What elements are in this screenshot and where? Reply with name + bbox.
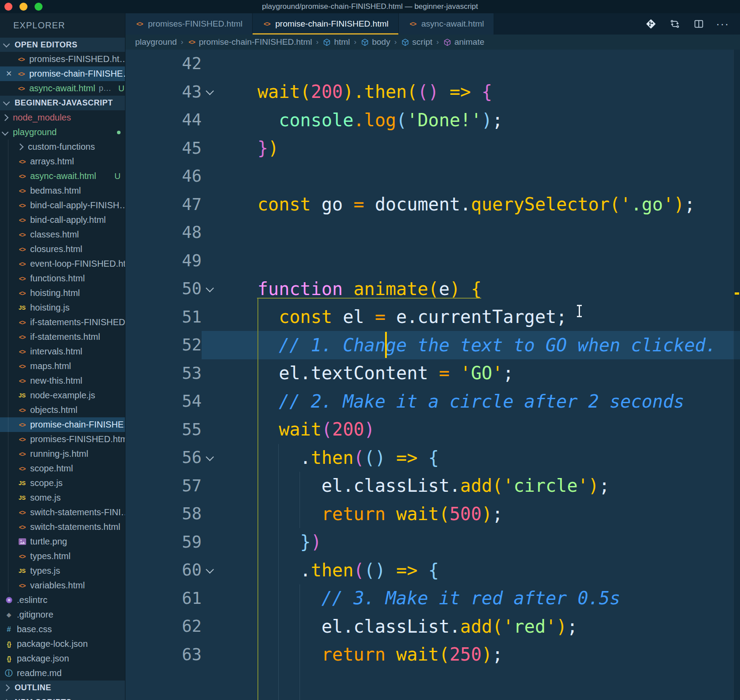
breadcrumb-item-script[interactable]: script bbox=[401, 37, 432, 47]
open-editors-header[interactable]: OPEN EDITORS bbox=[0, 38, 125, 52]
npm-scripts-section-header[interactable]: NPM SCRIPTS bbox=[0, 695, 125, 700]
tree-item-hoisting-js[interactable]: JShoisting.js bbox=[0, 300, 125, 315]
breadcrumb-item-promise-chain-finished-html[interactable]: <>promise-chain-FINISHED.html bbox=[187, 37, 312, 47]
breadcrumb-item-html[interactable]: html bbox=[323, 37, 350, 47]
code-line-58[interactable]: 58 return wait(500); bbox=[125, 500, 740, 528]
code-line-61[interactable]: 61 // 3. Make it red after 0.5s bbox=[125, 584, 740, 613]
tree-item-label: closures.html bbox=[30, 244, 82, 254]
tree-item-types-html[interactable]: <>types.html bbox=[0, 549, 125, 564]
code-line-45[interactable]: 45}) bbox=[125, 134, 740, 163]
breadcrumb-item-animate[interactable]: animate bbox=[443, 37, 484, 47]
tab-promise-chain-finished-html[interactable]: <>promise-chain-FINISHED.html bbox=[253, 13, 399, 35]
tree-item-some-js[interactable]: JSsome.js bbox=[0, 490, 125, 505]
code-line-43[interactable]: 43wait(200).then(() => { bbox=[125, 78, 740, 106]
code-line-49[interactable]: 49 bbox=[125, 247, 740, 275]
tree-item-variables-html[interactable]: <>variables.html bbox=[0, 578, 125, 593]
fold-chevron-icon[interactable] bbox=[202, 88, 218, 96]
tree-item--gitignore[interactable]: ◆.gitignore bbox=[0, 607, 125, 622]
tree-item-promises-finished-html[interactable]: <>promises-FINISHED.html bbox=[0, 432, 125, 447]
tree-item-scope-js[interactable]: JSscope.js bbox=[0, 476, 125, 490]
code-line-56[interactable]: 56 .then(() => { bbox=[125, 443, 740, 472]
tree-item-turtle-png[interactable]: turtle.png bbox=[0, 534, 125, 549]
tree-item-switch-statements-html[interactable]: <>switch-statements.html bbox=[0, 520, 125, 534]
open-changes-icon[interactable] bbox=[669, 18, 681, 30]
tree-item-bind-call-apply-html[interactable]: <>bind-call-apply.html bbox=[0, 213, 125, 227]
tree-item-intervals-html[interactable]: <>intervals.html bbox=[0, 344, 125, 359]
code-line-50[interactable]: 50function animate(e) { bbox=[125, 275, 740, 303]
tree-item-types-js[interactable]: JStypes.js bbox=[0, 564, 125, 578]
zoom-window-button[interactable] bbox=[35, 3, 43, 11]
code-editor[interactable]: 4243wait(200).then(() => {44 console.log… bbox=[125, 50, 740, 700]
code-line-53[interactable]: 53 el.textContent = 'GO'; bbox=[125, 359, 740, 388]
code-line-51[interactable]: 51 const el = e.currentTarget; bbox=[125, 303, 740, 331]
tree-item-bind-call-apply-finish-[interactable]: <>bind-call-apply-FINISH… bbox=[0, 198, 125, 213]
close-icon[interactable]: ✕ bbox=[4, 69, 13, 78]
eslint-file-icon bbox=[4, 596, 13, 604]
tree-item-new-this-html[interactable]: <>new-this.html bbox=[0, 373, 125, 388]
tree-item-if-statements-finished-[interactable]: <>if-statements-FINISHED… bbox=[0, 315, 125, 330]
fold-chevron-icon[interactable] bbox=[202, 566, 218, 574]
fold-chevron-icon[interactable] bbox=[202, 285, 218, 293]
tree-item-if-statements-html[interactable]: <>if-statements.html bbox=[0, 330, 125, 344]
code-line-47[interactable]: 47const go = document.querySelector('.go… bbox=[125, 191, 740, 219]
code-line-55[interactable]: 55 wait(200) bbox=[125, 416, 740, 444]
tree-item--eslintrc[interactable]: .eslintrc bbox=[0, 593, 125, 607]
tree-item-label: scope.js bbox=[30, 478, 62, 488]
tree-item-package-lock-json[interactable]: {}package-lock.json bbox=[0, 637, 125, 651]
tree-item-node-example-js[interactable]: JSnode-example.js bbox=[0, 388, 125, 403]
tree-item-bedmas-html[interactable]: <>bedmas.html bbox=[0, 183, 125, 198]
tree-item-base-css[interactable]: #base.css bbox=[0, 622, 125, 637]
html-file-icon: <> bbox=[18, 231, 27, 238]
tree-item-classes-html[interactable]: <>classes.html bbox=[0, 227, 125, 242]
tree-item-promise-chain-finishe-[interactable]: <>promise-chain-FINISHE… bbox=[0, 417, 125, 432]
tree-item-node-modules[interactable]: node_modules bbox=[0, 110, 125, 125]
code-line-46[interactable]: 46 bbox=[125, 162, 740, 191]
tree-item-switch-statements-fini-[interactable]: <>switch-statements-FINI… bbox=[0, 505, 125, 520]
code-line-42[interactable]: 42 bbox=[125, 50, 740, 78]
breadcrumb-item-playground[interactable]: playground bbox=[135, 37, 177, 47]
more-actions-icon[interactable]: ··· bbox=[717, 18, 728, 30]
tree-item-async-await-html[interactable]: <>async-await.htmlU bbox=[0, 169, 125, 183]
code-line-63[interactable]: 63 return wait(250); bbox=[125, 641, 740, 669]
tree-item-arrays-html[interactable]: <>arrays.html bbox=[0, 154, 125, 169]
fold-chevron-icon[interactable] bbox=[202, 454, 218, 462]
tree-item-objects-html[interactable]: <>objects.html bbox=[0, 403, 125, 417]
tree-item-closures-html[interactable]: <>closures.html bbox=[0, 242, 125, 257]
minimize-window-button[interactable] bbox=[19, 3, 27, 11]
tree-item-readme-md[interactable]: ⓘreadme.md bbox=[0, 666, 125, 681]
project-section-header[interactable]: BEGINNER-JAVASCRIPT bbox=[0, 96, 125, 110]
tree-item-hoisting-html[interactable]: <>hoisting.html bbox=[0, 286, 125, 300]
code-line-48[interactable]: 48 bbox=[125, 218, 740, 247]
outline-section-header[interactable]: OUTLINE bbox=[0, 681, 125, 695]
code-line-54[interactable]: 54 // 2. Make it a circle after 2 second… bbox=[125, 387, 740, 416]
close-window-button[interactable] bbox=[4, 3, 12, 11]
overview-ruler[interactable] bbox=[733, 50, 740, 700]
tree-item-running-js-html[interactable]: <>running-js.html bbox=[0, 447, 125, 461]
open-editor-item[interactable]: <>promises-FINISHED.ht… bbox=[0, 52, 125, 66]
breadcrumb-label: animate bbox=[454, 37, 484, 47]
tree-item-package-json[interactable]: {}package.json bbox=[0, 651, 125, 666]
split-editor-icon[interactable] bbox=[693, 18, 705, 30]
tree-item-functions-html[interactable]: <>functions.html bbox=[0, 271, 125, 286]
tree-item-event-loop-finished-ht-[interactable]: <>event-loop-FINISHED.ht… bbox=[0, 257, 125, 271]
tree-item-label: classes.html bbox=[30, 229, 79, 240]
tree-item-scope-html[interactable]: <>scope.html bbox=[0, 461, 125, 476]
code-line-57[interactable]: 57 el.classList.add('circle'); bbox=[125, 472, 740, 500]
code-line-44[interactable]: 44 console.log('Done!'); bbox=[125, 106, 740, 134]
open-editor-item[interactable]: <>async-await.htmlp…U bbox=[0, 81, 125, 96]
code-line-52[interactable]: 52 // 1. Change the text to GO when clic… bbox=[125, 331, 740, 359]
open-editor-item[interactable]: ✕<>promise-chain-FINISHE… bbox=[0, 66, 125, 81]
gitlens-diamond-icon[interactable] bbox=[645, 18, 657, 30]
tree-item-custom-functions[interactable]: custom-functions bbox=[0, 140, 125, 154]
tab-async-await-html[interactable]: <>async-await.html bbox=[399, 13, 495, 35]
breadcrumb-item-body[interactable]: body bbox=[360, 37, 390, 47]
tree-item-maps-html[interactable]: <>maps.html bbox=[0, 359, 125, 373]
code-line-60[interactable]: 60 .then(() => { bbox=[125, 556, 740, 584]
tab-promises-finished-html[interactable]: <>promises-FINISHED.html bbox=[125, 13, 253, 35]
tree-item-playground[interactable]: playground bbox=[0, 125, 125, 140]
html-file-icon: <> bbox=[18, 436, 27, 443]
code-line-59[interactable]: 59 }) bbox=[125, 528, 740, 556]
code-line-62[interactable]: 62 el.classList.add('red'); bbox=[125, 612, 740, 641]
modified-dot-indicator bbox=[117, 131, 121, 134]
tree-item-label: bind-call-apply-FINISH… bbox=[30, 200, 125, 210]
